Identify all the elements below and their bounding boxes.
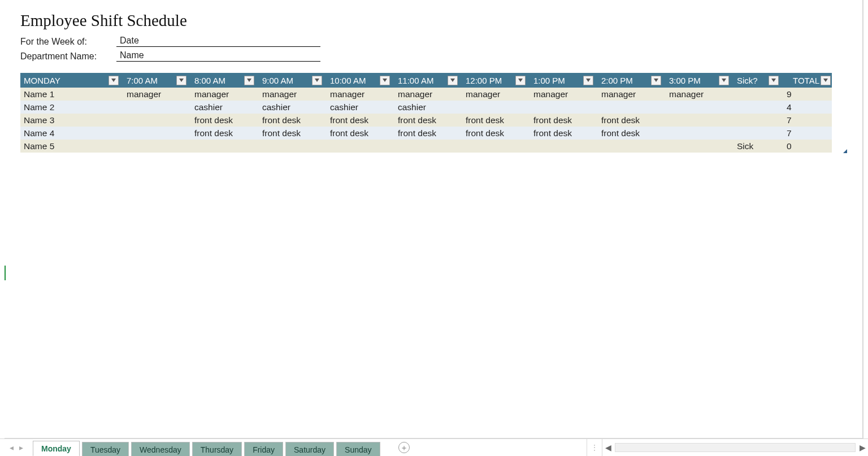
row-3-name[interactable]: Name 4 [20, 127, 120, 140]
row-1-slot-4[interactable]: cashier [391, 101, 459, 114]
row-1-slot-2[interactable]: cashier [255, 101, 323, 114]
sheet-tab-saturday[interactable]: Saturday [285, 442, 334, 456]
row-2-sick[interactable] [730, 114, 780, 127]
row-0-slot-7[interactable]: manager [594, 88, 662, 101]
row-3-slot-3[interactable]: front desk [323, 127, 391, 140]
header-sick-filter[interactable] [769, 76, 779, 85]
row-4-slot-6[interactable] [527, 140, 594, 153]
sheet-tab-tuesday[interactable]: Tuesday [82, 442, 129, 456]
row-4-slot-7[interactable] [594, 140, 662, 153]
sheet-tab-thursday[interactable]: Thursday [192, 442, 242, 456]
row-4-slot-1[interactable] [188, 140, 255, 153]
row-4-name[interactable]: Name 5 [20, 140, 120, 153]
sheet-tab-strip: ◂ ▸ MondayTuesdayWednesdayThursdayFriday… [0, 438, 868, 456]
row-3-slot-7[interactable]: front desk [594, 127, 662, 140]
sheet-tab-sunday[interactable]: Sunday [336, 442, 380, 456]
meta-week-input[interactable]: Date [116, 36, 320, 47]
tab-nav-prev[interactable]: ◂ [10, 443, 14, 452]
row-0-slot-3[interactable]: manager [323, 88, 391, 101]
row-1-name[interactable]: Name 2 [20, 101, 120, 114]
row-0-slot-0[interactable]: manager [120, 88, 188, 101]
row-0-slot-2[interactable]: manager [255, 88, 323, 101]
row-4-slot-2[interactable] [255, 140, 323, 153]
row-1-slot-1[interactable]: cashier [188, 101, 255, 114]
row-3-slot-5[interactable]: front desk [459, 127, 527, 140]
row-0-total[interactable]: 9 [780, 88, 832, 101]
row-4-slot-3[interactable] [323, 140, 391, 153]
row-0-slot-1[interactable]: manager [188, 88, 255, 101]
header-time-1-filter[interactable] [244, 76, 254, 85]
page-title: Employee Shift Schedule [20, 11, 847, 30]
row-3-slot-8[interactable] [662, 127, 730, 140]
row-0-slot-5[interactable]: manager [459, 88, 527, 101]
row-1-total[interactable]: 4 [780, 101, 832, 114]
sheet-tab-friday[interactable]: Friday [244, 442, 283, 456]
row-3-slot-2[interactable]: front desk [255, 127, 323, 140]
row-1-slot-3[interactable]: cashier [323, 101, 391, 114]
header-time-2-filter[interactable] [312, 76, 322, 85]
row-1-slot-0[interactable] [120, 101, 188, 114]
header-day-label: MONDAY [24, 76, 108, 85]
row-1-slot-5[interactable] [459, 101, 527, 114]
row-3-slot-1[interactable]: front desk [188, 127, 255, 140]
row-2-name[interactable]: Name 3 [20, 114, 120, 127]
row-0-slot-4[interactable]: manager [391, 88, 459, 101]
row-3-total[interactable]: 7 [780, 127, 832, 140]
header-time-8: 3:00 PM [662, 73, 730, 88]
row-3-slot-0[interactable] [120, 127, 188, 140]
header-time-4-filter[interactable] [448, 76, 458, 85]
row-2-slot-0[interactable] [120, 114, 188, 127]
row-1-sick[interactable] [730, 101, 780, 114]
header-time-0-filter[interactable] [176, 76, 186, 85]
row-2-slot-3[interactable]: front desk [323, 114, 391, 127]
row-3-sick[interactable] [730, 127, 780, 140]
row-2-slot-1[interactable]: front desk [188, 114, 255, 127]
row-2-slot-2[interactable]: front desk [255, 114, 323, 127]
row-2-slot-8[interactable] [662, 114, 730, 127]
row-3-slot-4[interactable]: front desk [391, 127, 459, 140]
meta-week-row: For the Week of: Date [20, 36, 847, 47]
header-day-filter[interactable] [108, 76, 119, 85]
tab-nav-next[interactable]: ▸ [19, 443, 23, 452]
row-0-slot-8[interactable]: manager [662, 88, 730, 101]
header-time-8-filter[interactable] [719, 76, 729, 85]
row-1-slot-8[interactable] [662, 101, 730, 114]
header-time-2-label: 9:00 AM [262, 76, 312, 85]
row-1-slot-7[interactable] [594, 101, 662, 114]
header-time-3-filter[interactable] [380, 76, 390, 85]
header-time-5-filter[interactable] [515, 76, 526, 85]
scroll-left-button[interactable]: ◀ [602, 439, 614, 456]
row-0-name[interactable]: Name 1 [20, 88, 120, 101]
tab-scroll-splitter[interactable]: ⋮ [587, 439, 602, 456]
row-4-sick[interactable]: Sick [730, 140, 780, 153]
header-time-6-filter[interactable] [583, 76, 593, 85]
header-time-0-label: 7:00 AM [127, 76, 176, 85]
row-2-slot-7[interactable]: front desk [594, 114, 662, 127]
sheet-tab-monday[interactable]: Monday [33, 441, 80, 456]
row-4-total[interactable]: 0 [780, 140, 832, 153]
row-0-sick[interactable] [730, 88, 780, 101]
row-2-slot-5[interactable]: front desk [459, 114, 527, 127]
row-1-slot-6[interactable] [527, 101, 594, 114]
horizontal-scrollbar[interactable]: ◀ ▶ [602, 439, 868, 456]
row-2-slot-6[interactable]: front desk [527, 114, 594, 127]
row-3-slot-6[interactable]: front desk [527, 127, 594, 140]
header-total-filter[interactable] [821, 76, 831, 85]
row-0-slot-6[interactable]: manager [527, 88, 594, 101]
meta-dept-input[interactable]: Name [116, 50, 320, 62]
meta-dept-row: Department Name: Name [20, 50, 847, 62]
row-4-slot-0[interactable] [120, 140, 188, 153]
sheet-tab-wednesday[interactable]: Wednesday [131, 442, 190, 456]
row-2-slot-4[interactable]: front desk [391, 114, 459, 127]
row-2-total[interactable]: 7 [780, 114, 832, 127]
header-time-0: 7:00 AM [120, 73, 188, 88]
row-4-slot-8[interactable] [662, 140, 730, 153]
header-time-7-filter[interactable] [651, 76, 661, 85]
scroll-right-button[interactable]: ▶ [857, 439, 868, 456]
table-resize-handle[interactable] [843, 149, 847, 153]
add-sheet-button[interactable]: ＋ [398, 439, 410, 456]
scroll-track[interactable] [615, 443, 856, 452]
row-4-slot-4[interactable] [391, 140, 459, 153]
header-time-6: 1:00 PM [527, 73, 594, 88]
row-4-slot-5[interactable] [459, 140, 527, 153]
